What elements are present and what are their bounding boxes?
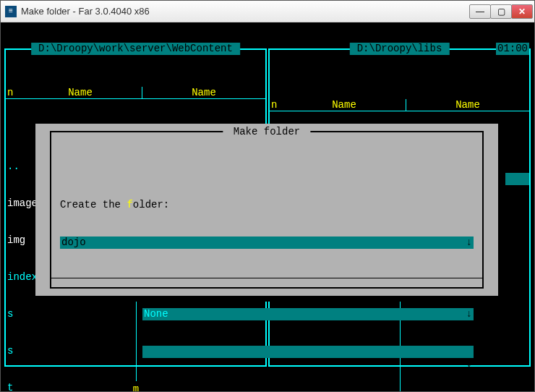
terminal: D:\Droopy\work\server\WebContent n Name … [1,22,534,391]
target-input[interactable]: ↓ [142,346,474,358]
right-panel-path[interactable]: D:\Droopy\libs [349,43,449,55]
close-button[interactable]: ✕ [511,4,533,19]
window-buttons: — ▢ ✕ [470,4,533,19]
link-type-select[interactable]: None ↓ [142,308,474,320]
make-folder-dialog: Make folder Create the folder: dojo ↓ Li… [35,124,498,296]
window-title: Make folder - Far 3.0.4040 x86 [21,6,470,17]
app-window: ≡ Make folder - Far 3.0.4040 x86 — ▢ ✕ D… [0,0,535,392]
left-col-headers: n Name Name [6,87,265,99]
process-multiple-checkbox[interactable]: [ ] Process multiple names [60,383,218,392]
link-type-label: Link type: [60,308,140,320]
left-panel-path[interactable]: D:\Droopy\work\server\WebContent [31,43,241,55]
dialog-title: Make folder [223,126,310,138]
dropdown-icon[interactable]: ↓ [466,308,472,320]
app-icon: ≡ [5,6,17,17]
target-label: Target: [60,346,140,358]
maximize-button[interactable]: ▢ [490,4,512,19]
dropdown-icon[interactable]: ↓ [466,237,472,249]
right-col-headers: n Name Name [270,99,529,111]
create-folder-label: Create the folder: [60,199,169,211]
folder-name-input[interactable]: dojo ↓ [60,237,474,249]
dropdown-icon[interactable]: ↓ [466,358,472,370]
titlebar[interactable]: ≡ Make folder - Far 3.0.4040 x86 — ▢ ✕ [1,1,534,22]
clock: 01:00 [496,43,529,55]
minimize-button[interactable]: — [469,4,491,19]
